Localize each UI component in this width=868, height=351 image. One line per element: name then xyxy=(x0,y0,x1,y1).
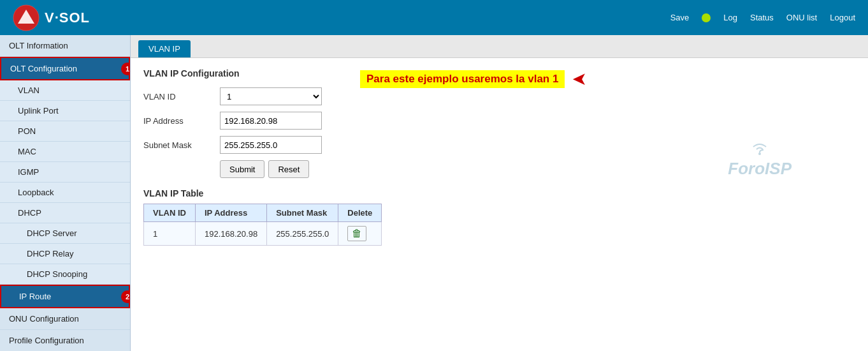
vlan-id-select[interactable]: 1 xyxy=(220,87,322,105)
sidebar-item-igmp[interactable]: IGMP xyxy=(0,162,130,183)
sidebar-item-olt-configuration[interactable]: OLT Configuration 1 xyxy=(0,57,130,80)
sidebar-item-dhcp[interactable]: DHCP xyxy=(0,203,130,223)
ip-address-row: IP Address xyxy=(143,112,855,130)
badge-1: 1 xyxy=(121,63,131,75)
main-layout: OLT Information OLT Configuration 1 VLAN… xyxy=(0,35,868,351)
sidebar-item-mac[interactable]: MAC xyxy=(0,142,130,162)
sidebar-item-ip-route[interactable]: IP Route 2 xyxy=(0,285,130,308)
col-subnet-mask: Subnet Mask xyxy=(267,204,338,222)
sidebar-item-loopback[interactable]: Loopback xyxy=(0,183,130,203)
onu-list-link[interactable]: ONU list xyxy=(786,13,817,22)
callout-container: Para este ejemplo usaremos la vlan 1 ➤ xyxy=(360,68,587,89)
form-buttons: Submit Reset xyxy=(220,160,855,178)
header: V·SOL Save Log Status ONU list Logout xyxy=(0,0,868,35)
submit-button[interactable]: Submit xyxy=(220,160,264,178)
save-button[interactable]: Save xyxy=(670,13,690,22)
cell-vlan-id: 1 xyxy=(144,222,196,246)
status-link[interactable]: Status xyxy=(750,13,774,22)
subnet-mask-label: Subnet Mask xyxy=(143,140,220,150)
tab-vlan-ip[interactable]: VLAN IP xyxy=(138,40,191,57)
cell-subnet-mask: 255.255.255.0 xyxy=(267,222,338,246)
logo-area: V·SOL xyxy=(13,4,90,31)
table-title: VLAN IP Table xyxy=(143,188,855,198)
sidebar-item-dhcp-server[interactable]: DHCP Server xyxy=(0,223,130,244)
sidebar-item-pon[interactable]: PON xyxy=(0,121,130,142)
arrow-icon: ➤ xyxy=(572,68,587,89)
sidebar: OLT Information OLT Configuration 1 VLAN… xyxy=(0,35,131,351)
sidebar-item-dhcp-relay[interactable]: DHCP Relay xyxy=(0,244,130,264)
sidebar-item-onu-configuration[interactable]: ONU Configuration xyxy=(0,308,130,330)
header-nav: Save Log Status ONU list Logout xyxy=(670,13,855,22)
vsol-logo-icon xyxy=(13,4,40,31)
tab-bar: VLAN IP xyxy=(131,35,868,58)
sidebar-item-vlan[interactable]: VLAN xyxy=(0,80,130,101)
delete-button[interactable]: 🗑 xyxy=(347,226,366,241)
cell-ip-address: 192.168.20.98 xyxy=(196,222,267,246)
logout-link[interactable]: Logout xyxy=(830,13,855,22)
form-area: Para este ejemplo usaremos la vlan 1 ➤ V… xyxy=(131,58,868,256)
col-delete: Delete xyxy=(338,204,382,222)
cell-delete: 🗑 xyxy=(338,222,382,246)
sidebar-item-dhcp-snooping[interactable]: DHCP Snooping xyxy=(0,264,130,285)
col-vlan-id: VLAN ID xyxy=(144,204,196,222)
vlan-id-label: VLAN ID xyxy=(143,92,220,101)
ip-address-label: IP Address xyxy=(143,116,220,126)
subnet-mask-input[interactable] xyxy=(220,136,322,154)
reset-button[interactable]: Reset xyxy=(268,160,309,178)
callout-text: Para este ejemplo usaremos la vlan 1 xyxy=(360,70,565,88)
col-ip-address: IP Address xyxy=(196,204,267,222)
table-row: 1 192.168.20.98 255.255.255.0 🗑 xyxy=(144,222,382,246)
sidebar-item-uplink-port[interactable]: Uplink Port xyxy=(0,101,130,121)
status-indicator xyxy=(702,13,711,22)
log-link[interactable]: Log xyxy=(723,13,737,22)
sidebar-item-olt-information[interactable]: OLT Information xyxy=(0,35,130,57)
sidebar-item-profile-configuration[interactable]: Profile Configuration xyxy=(0,330,130,351)
logo-text: V·SOL xyxy=(45,10,90,26)
subnet-mask-row: Subnet Mask xyxy=(143,136,855,154)
vlan-id-row: VLAN ID 1 xyxy=(143,87,855,105)
ip-address-input[interactable] xyxy=(220,112,322,130)
vlan-ip-table: VLAN ID IP Address Subnet Mask Delete 1 … xyxy=(143,204,382,246)
content-area: VLAN IP Para este ejemplo usaremos la vl… xyxy=(131,35,868,351)
badge-2: 2 xyxy=(121,290,131,303)
table-header-row: VLAN ID IP Address Subnet Mask Delete xyxy=(144,204,382,222)
